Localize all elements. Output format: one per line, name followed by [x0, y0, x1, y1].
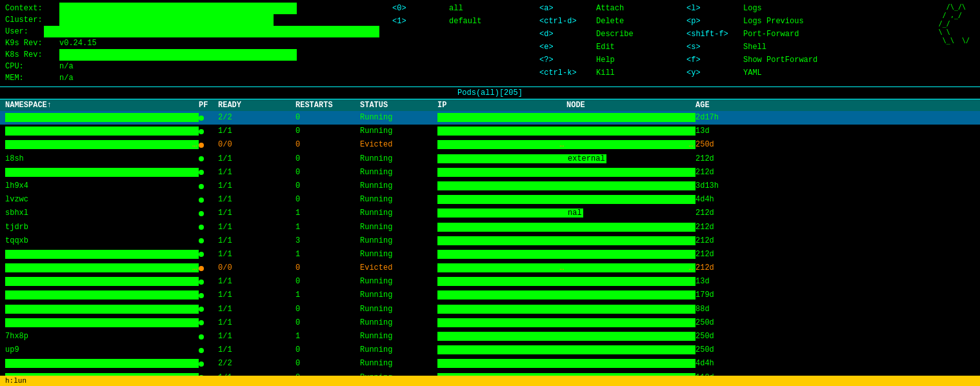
table-row[interactable]: tqqxb 1/1 3 Running 212d: [0, 234, 980, 248]
table-row[interactable]: lh9x4 1/1 0 Running 3d13h: [0, 179, 980, 193]
cell-pf: [199, 249, 218, 261]
cell-ready: 1/1: [218, 153, 295, 165]
cell-age: 13d: [695, 276, 773, 288]
cell-age: 250d: [695, 139, 773, 151]
pf-dot: [199, 238, 204, 243]
cell-ip: [437, 221, 566, 234]
k8s-rev-value: [59, 49, 297, 61]
shortcut-shell: <s> Shell: [686, 41, 821, 53]
table-row[interactable]: i8sh 1/1 0 Running external 212d: [0, 152, 980, 166]
cell-node: [566, 262, 695, 274]
cell-pf: [199, 262, 218, 274]
cell-age: 250d: [695, 317, 773, 329]
pf-dot: [199, 334, 204, 340]
info-panel: Context: Cluster: User:: [5, 3, 379, 84]
shortcut-col-1: <0> all <1> default: [392, 3, 526, 84]
shortcut-action: Logs: [743, 3, 821, 14]
table-row[interactable]: 1/1 1 Running 212d: [0, 248, 980, 261]
cell-age: 212d: [695, 262, 773, 274]
cell-ip: [437, 139, 566, 151]
shortcut-action: YAML: [743, 67, 821, 79]
cell-status: Running: [360, 289, 437, 301]
mem-row: MEM: n/a: [5, 72, 379, 84]
table-row[interactable]: lvzwc 1/1 0 Running 4d4h: [0, 193, 980, 207]
mem-value: n/a: [59, 72, 74, 84]
cell-ready: 1/1: [218, 249, 295, 261]
shortcut-col-3: <l> Logs <p> Logs Previous <shift-f> Por…: [686, 3, 821, 84]
cell-namespace: [5, 249, 199, 261]
cell-pf: [199, 221, 218, 234]
table-row[interactable]: 1/1 1 Running 179d: [0, 289, 980, 302]
pf-dot: [199, 307, 204, 312]
pf-dot: [199, 129, 204, 134]
cell-pf: [199, 289, 218, 301]
table-row[interactable]: 1/1 0 Running 13d: [0, 125, 980, 138]
cell-ip: [437, 262, 566, 274]
cell-ip: [437, 194, 566, 206]
cell-node: [566, 317, 695, 329]
cell-pf: [199, 330, 218, 343]
table-row[interactable]: 2/2 0 Running 2d17h: [0, 111, 980, 125]
shortcut-0-all: <0> all: [392, 3, 526, 14]
cell-ready: 0/0: [218, 139, 295, 151]
cell-status: Running: [360, 125, 437, 137]
cell-ready: 1/1: [218, 125, 295, 137]
table-row[interactable]: up9 1/1 0 Running 250d: [0, 343, 980, 357]
cell-restarts: 1: [295, 221, 360, 234]
cell-pf: [199, 276, 218, 288]
table-row[interactable]: 0/0 0 Evicted 212d: [0, 261, 980, 275]
cell-pf: [199, 344, 218, 356]
cell-namespace: up9: [5, 344, 199, 356]
cell-namespace: [5, 289, 199, 301]
table-row[interactable]: 0/0 0 Evicted 250d: [0, 138, 980, 152]
cell-ready: 1/1: [218, 221, 295, 234]
pf-dot: [199, 225, 204, 230]
table-row[interactable]: 1/1 0 Running 13d: [0, 275, 980, 289]
cell-pf: [199, 180, 218, 192]
col-status: STATUS: [360, 101, 437, 110]
cell-status: Running: [360, 330, 437, 343]
cell-node: [566, 303, 695, 316]
table-row[interactable]: 2/2 0 Running 4d4h: [0, 357, 980, 371]
cell-age: 13d: [695, 125, 773, 137]
cell-namespace: lh9x4: [5, 180, 199, 192]
cell-ip: [437, 167, 566, 179]
table-row[interactable]: 7hx8p 1/1 1 Running 250d: [0, 330, 980, 343]
k8s-rev-label: K8s Rev:: [5, 49, 57, 61]
table-row[interactable]: sbhxl 1/1 1 Running nal 212d: [0, 207, 980, 220]
table-body: 2/2 0 Running 2d17h: [0, 111, 980, 386]
cell-restarts: 0: [295, 180, 360, 192]
col-ip: IP: [437, 101, 566, 110]
shortcut-action: Show PortForward: [743, 54, 821, 66]
cell-ip: [437, 249, 566, 261]
cell-namespace: sbhxl: [5, 207, 199, 219]
shortcut-key: <?>: [539, 54, 591, 66]
shortcut-action: Edit: [596, 41, 674, 53]
cell-age: 212d: [695, 207, 773, 219]
cell-ip: [437, 358, 566, 370]
cell-restarts: 1: [295, 207, 360, 219]
col-namespace: NAMESPACE↑: [5, 101, 199, 110]
cell-node: [566, 235, 695, 247]
cell-restarts: 1: [295, 330, 360, 343]
cell-status: Running: [360, 235, 437, 247]
shortcut-logs-prev: <p> Logs Previous: [686, 15, 821, 27]
cell-ready: 1/1: [218, 180, 295, 192]
cell-age: 4d4h: [695, 358, 773, 370]
table-row[interactable]: tjdrb 1/1 1 Running 212d: [0, 221, 980, 234]
pf-dot: [199, 348, 204, 353]
cell-node: external: [566, 153, 695, 165]
cell-status: Running: [360, 180, 437, 192]
table-row[interactable]: 1/1 0 Running 212d: [0, 166, 980, 179]
cpu-value: n/a: [59, 61, 74, 72]
pf-dot: [199, 279, 204, 285]
cell-pf: [199, 125, 218, 137]
shortcut-key: <y>: [686, 67, 738, 79]
cell-namespace: [5, 139, 199, 151]
cell-age: 4d4h: [695, 194, 773, 206]
cell-ready: 0/0: [218, 262, 295, 274]
cell-namespace: tjdrb: [5, 221, 199, 234]
table-row[interactable]: 1/1 0 Running 88d: [0, 303, 980, 316]
table-row[interactable]: 1/1 0 Running 250d: [0, 316, 980, 330]
cell-namespace: [5, 303, 199, 316]
